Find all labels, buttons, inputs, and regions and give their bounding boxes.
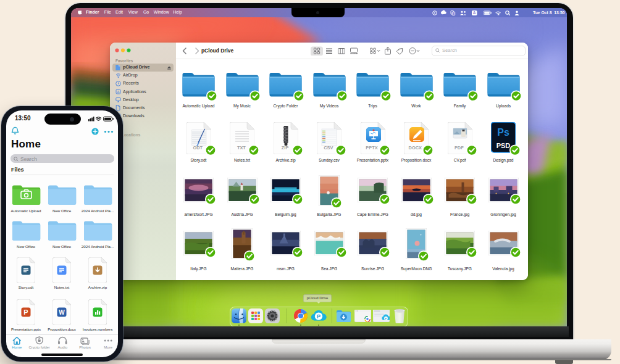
- svg-text:P: P: [385, 317, 387, 320]
- svg-text:W: W: [59, 308, 65, 315]
- svg-text:Ps: Ps: [497, 127, 509, 138]
- svg-text:P: P: [317, 313, 320, 320]
- svg-text:P: P: [23, 308, 28, 315]
- svg-text:A: A: [473, 10, 476, 15]
- svg-text:A: A: [117, 90, 119, 94]
